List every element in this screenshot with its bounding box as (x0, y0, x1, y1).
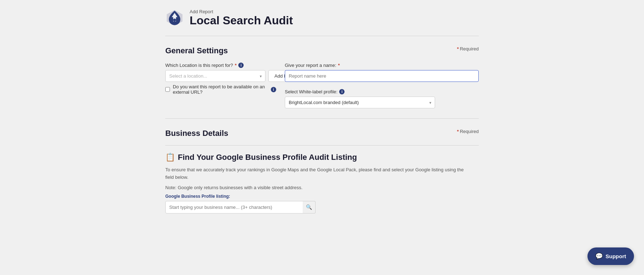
location-select[interactable]: Select a location... (165, 70, 265, 82)
gbp-search-input[interactable] (165, 201, 316, 213)
search-icon: 🔍 (306, 204, 312, 210)
support-chat-icon: 💬 (595, 252, 603, 260)
report-name-field-group: Give your report a name: * Select White-… (285, 63, 479, 108)
report-name-label: Give your report a name: * (285, 63, 479, 68)
general-settings-divider (165, 118, 479, 119)
business-details-title: Business Details (165, 129, 228, 138)
general-settings-section: General Settings *Required Which Locatio… (165, 46, 479, 108)
white-label-field-label: Select White-label profile: i (285, 89, 479, 94)
external-url-info-icon[interactable]: i (271, 87, 276, 92)
page-title: Local Search Audit (190, 14, 293, 27)
external-url-checkbox-row: Do you want this report to be available … (165, 84, 276, 95)
business-details-required: *Required (457, 129, 479, 134)
white-label-info-icon[interactable]: i (339, 89, 345, 94)
location-field-group: Which Location is this report for? * i S… (165, 63, 276, 100)
app-logo (165, 9, 184, 27)
gbp-search-wrapper: 🔍 (165, 201, 316, 213)
gbp-search-button[interactable]: 🔍 (303, 201, 316, 213)
general-settings-required: *Required (457, 46, 479, 51)
report-name-input[interactable] (285, 70, 479, 82)
location-select-wrapper: Select a location... ▾ (165, 70, 265, 82)
breadcrumb-add-report: Add Report (190, 9, 293, 14)
location-field-label: Which Location is this report for? * i (165, 63, 276, 68)
gbp-find-section: 📋 Find Your Google Business Profile Audi… (165, 153, 479, 213)
location-info-icon[interactable]: i (238, 63, 244, 68)
external-url-checkbox[interactable] (165, 87, 170, 92)
business-details-section: Business Details *Required 📋 Find Your G… (165, 129, 479, 213)
support-button[interactable]: 💬 Support (587, 247, 634, 265)
business-details-inner-divider (165, 145, 479, 146)
gbp-description: To ensure that we accurately track your … (165, 166, 473, 181)
location-name-row: Which Location is this report for? * i S… (165, 63, 479, 108)
white-label-select-wrapper: BrightLocal.com branded (default) ▾ (285, 97, 435, 108)
svg-point-1 (173, 19, 176, 21)
external-url-label: Do you want this report to be available … (173, 84, 276, 95)
gbp-section-title: 📋 Find Your Google Business Profile Audi… (165, 153, 479, 162)
general-settings-title: General Settings (165, 46, 228, 55)
gbp-search-label: Google Business Profile listing: (165, 194, 479, 199)
white-label-field-group: Select White-label profile: i BrightLoca… (285, 89, 479, 108)
gbp-note: Note: Google only returns businesses wit… (165, 185, 479, 190)
page-header: Add Report Local Search Audit (165, 9, 479, 36)
support-button-label: Support (606, 253, 626, 259)
white-label-select[interactable]: BrightLocal.com branded (default) (285, 97, 435, 108)
gbp-emoji-icon: 📋 (165, 153, 175, 162)
